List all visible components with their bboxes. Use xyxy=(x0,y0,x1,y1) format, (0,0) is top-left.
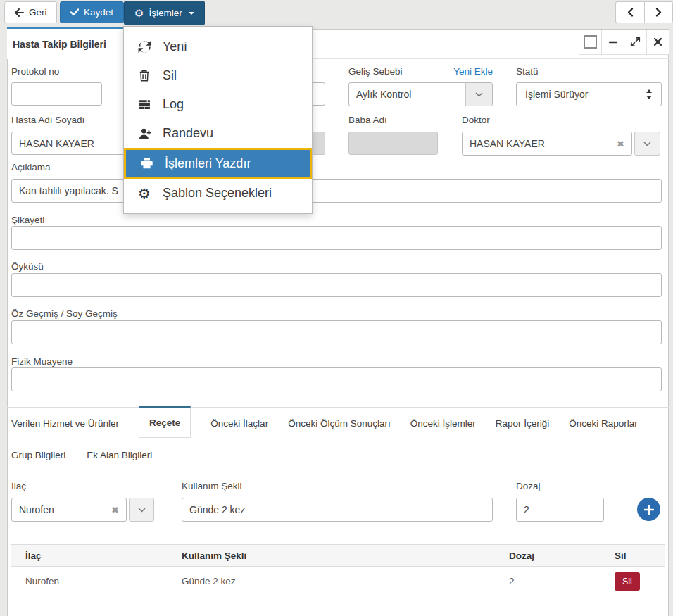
menu-item-label: Log xyxy=(163,97,184,112)
caret-down-icon xyxy=(189,12,194,15)
cell-kullanim: Günde 2 kez xyxy=(182,567,236,596)
kullanim-sekli-label: Kullanım Şekli xyxy=(182,481,242,491)
refresh-icon xyxy=(138,40,156,54)
save-button[interactable]: Kaydet xyxy=(60,1,124,23)
log-icon xyxy=(138,99,156,111)
gear-icon: ⚙ xyxy=(134,8,144,18)
table-header-row: İlaç Kullanım Şekli Dozaj Sil xyxy=(11,544,665,567)
menu-item-randevu[interactable]: Randevu xyxy=(124,119,312,148)
expand-button[interactable] xyxy=(624,30,646,54)
panel-title: Hasta Takip Bilgileri xyxy=(7,27,124,59)
close-icon xyxy=(653,37,662,46)
col-header-sil: Sil xyxy=(615,545,627,566)
panel-title-text: Hasta Takip Bilgileri xyxy=(13,39,106,50)
oykusu-label: Öyküsü xyxy=(11,261,44,272)
oz-gecmis-label: Öz Geçmiş / Soy Geçmiş xyxy=(11,308,118,319)
gelis-sebebi-value: Aylık Kontrol xyxy=(349,83,465,106)
yeni-ekle-link[interactable]: Yeni Ekle xyxy=(436,66,493,77)
clear-icon[interactable]: ✖ xyxy=(617,139,624,149)
expand-icon xyxy=(630,37,641,47)
actions-button-label: İşlemler xyxy=(149,8,182,18)
next-record-button[interactable] xyxy=(644,1,673,23)
statu-label: Statü xyxy=(516,66,539,77)
chevron-down-icon[interactable] xyxy=(465,83,492,106)
arrow-left-icon xyxy=(14,8,24,17)
protokol-no-input[interactable] xyxy=(11,82,102,106)
aciklama-label: Açıklama xyxy=(11,162,51,172)
aciklama-input[interactable] xyxy=(11,179,662,203)
tab-onceki-raporlar[interactable]: Önceki Raporlar xyxy=(569,408,638,438)
statu-value: İşlemi Sürüyor xyxy=(525,89,646,100)
square-icon xyxy=(584,35,597,49)
doktor-value: HASAN KAYAER xyxy=(470,138,612,149)
tab-recete[interactable]: Reçete xyxy=(139,406,191,438)
ilac-combobox[interactable]: Nurofen ✖ xyxy=(11,498,127,522)
sikayeti-label: Şikayeti xyxy=(11,215,44,225)
trash-icon xyxy=(138,69,156,82)
doktor-dropdown-button[interactable] xyxy=(634,132,660,156)
section-divider xyxy=(7,472,669,472)
table-row: Nurofen Günde 2 kez 2 Sil xyxy=(11,567,665,596)
gelis-sebebi-select[interactable]: Aylık Kontrol xyxy=(348,82,493,106)
minimize-button[interactable] xyxy=(601,30,624,54)
plus-icon xyxy=(644,505,654,515)
actions-dropdown-menu: Yeni Sil Log Randevu İşlemleri Yazdır xyxy=(123,26,313,214)
section-divider xyxy=(7,603,669,603)
chevron-left-icon xyxy=(627,8,634,17)
kullanim-sekli-input[interactable] xyxy=(182,498,493,522)
menu-item-label: Yeni xyxy=(163,39,187,54)
ilac-label: İlaç xyxy=(11,481,26,491)
add-prescription-button[interactable] xyxy=(637,498,660,521)
doktor-combobox[interactable]: HASAN KAYAER ✖ xyxy=(462,132,632,156)
tab-verilen-hizmet[interactable]: Verilen Hizmet ve Ürünler xyxy=(11,408,119,438)
baba-adi-input xyxy=(348,132,438,155)
sikayeti-input[interactable] xyxy=(11,226,662,250)
ilac-dropdown-button[interactable] xyxy=(129,498,154,522)
clear-icon[interactable]: ✖ xyxy=(111,505,119,515)
section-divider xyxy=(7,407,669,408)
chevron-right-icon xyxy=(655,8,662,17)
dozaj-input[interactable] xyxy=(516,498,604,522)
menu-item-label: İşlemleri Yazdır xyxy=(165,156,251,171)
page: Geri Kaydet ⚙ İşlemler Hasta Takip Bilgi… xyxy=(0,0,673,616)
cell-dozaj: 2 xyxy=(509,567,515,596)
tab-onceki-islemler[interactable]: Önceki İşlemler xyxy=(410,408,476,438)
menu-item-label: Sil xyxy=(163,68,177,83)
updown-arrows-icon xyxy=(646,89,653,99)
tab-rapor-icerigi[interactable]: Rapor İçeriği xyxy=(496,408,550,438)
statu-select[interactable]: İşlemi Sürüyor xyxy=(516,82,662,106)
close-button[interactable] xyxy=(646,30,669,54)
oykusu-input[interactable] xyxy=(11,273,662,297)
menu-item-label: Randevu xyxy=(163,126,213,141)
tab-grup-bilgileri[interactable]: Grup Bilgileri xyxy=(11,441,65,469)
gelis-sebebi-label: Geliş Sebebi xyxy=(348,66,403,77)
tab-ek-alan-bilgileri[interactable]: Ek Alan Bilgileri xyxy=(87,441,152,469)
delete-row-button[interactable]: Sil xyxy=(615,572,640,591)
baba-adi-label: Baba Adı xyxy=(348,115,387,125)
previous-record-button[interactable] xyxy=(615,1,644,23)
dozaj-label: Dozaj xyxy=(516,481,541,491)
menu-item-yeni[interactable]: Yeni xyxy=(124,32,312,61)
gear-icon: ⚙ xyxy=(138,187,156,201)
check-icon xyxy=(70,8,79,16)
restore-button[interactable] xyxy=(579,30,601,54)
hasta-adi-label: Hasta Adı Soyadı xyxy=(11,115,84,125)
user-plus-icon xyxy=(138,127,156,139)
actions-menu-button[interactable]: ⚙ İşlemler xyxy=(124,1,205,25)
col-header-dozaj: Dozaj xyxy=(509,545,534,566)
protokol-no-label: Protokol no xyxy=(11,66,59,77)
oz-gecmis-input[interactable] xyxy=(11,320,662,344)
menu-item-log[interactable]: Log xyxy=(124,90,312,119)
menu-item-sil[interactable]: Sil xyxy=(124,61,312,90)
menu-item-sablon-secenekleri[interactable]: ⚙ Şablon Seçenekleri xyxy=(124,179,312,208)
tab-bar-row2: Grup Bilgileri Ek Alan Bilgileri xyxy=(11,441,152,469)
chevron-down-icon xyxy=(643,142,651,146)
back-button[interactable]: Geri xyxy=(4,1,57,23)
menu-item-label: Şablon Seçenekleri xyxy=(163,186,272,201)
fizik-muayene-input[interactable] xyxy=(11,367,662,391)
tab-onceki-olcum-sonuclari[interactable]: Önceki Ölçüm Sonuçları xyxy=(288,408,391,438)
menu-item-islemleri-yazdir[interactable]: İşlemleri Yazdır xyxy=(124,148,312,179)
minus-icon xyxy=(608,37,618,47)
tab-bar-row1: Verilen Hizmet ve Ürünler Reçete Önceki … xyxy=(11,408,638,438)
tab-onceki-ilaclar[interactable]: Önceki İlaçlar xyxy=(210,408,268,438)
